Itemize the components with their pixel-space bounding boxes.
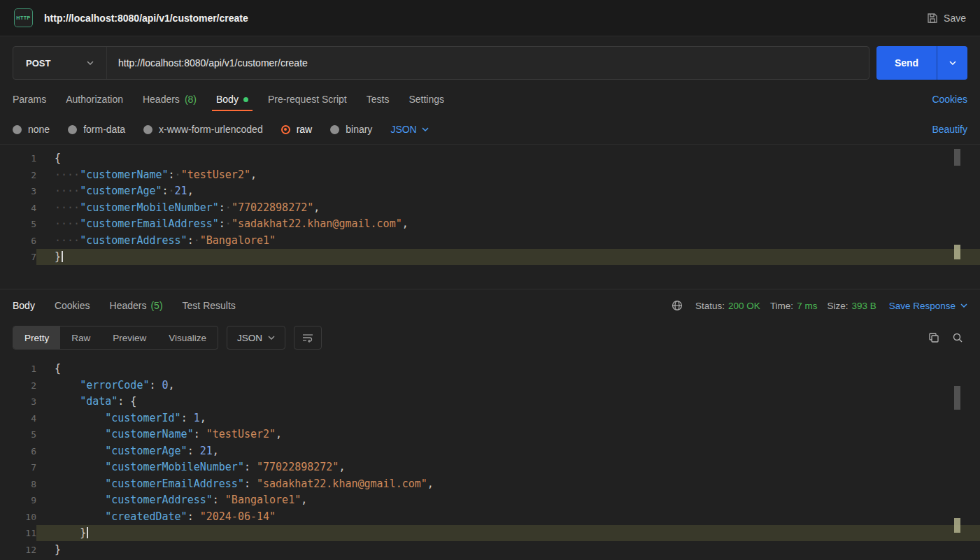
response-actions	[928, 332, 967, 343]
code-token: 0	[162, 379, 169, 392]
send-button[interactable]: Send	[876, 46, 937, 80]
mode-label: none	[28, 124, 50, 135]
response-body-editor[interactable]: 1{2 "errorCode": 0,3 "data": {4 "custome…	[0, 357, 980, 558]
response-tab-body[interactable]: Body	[13, 300, 35, 311]
view-tab-visualize[interactable]: Visualize	[157, 326, 218, 349]
code-line-5[interactable]: 5····"customerEmailAddress":·"sadakhat22…	[0, 216, 980, 233]
code-line-5[interactable]: 5 "customerName": "testUser2",	[0, 426, 980, 443]
line-number: 2	[0, 378, 36, 394]
response-section: BodyCookiesHeaders(5)Test Results Status…	[0, 289, 980, 558]
code-token: :	[219, 217, 225, 230]
view-tab-pretty[interactable]: Pretty	[13, 326, 60, 349]
body-mode-form-data[interactable]: form-data	[68, 124, 125, 135]
code-line-7[interactable]: 7}	[0, 249, 980, 266]
send-options-button[interactable]	[937, 46, 967, 80]
radio-icon	[330, 125, 339, 134]
tab-settings[interactable]: Settings	[399, 84, 454, 115]
response-tab-test-results[interactable]: Test Results	[183, 300, 236, 311]
tab-count: (8)	[185, 94, 197, 105]
code-token: :	[194, 428, 206, 440]
code-line-4[interactable]: 4 "customerId": 1,	[0, 410, 980, 427]
view-tab-preview[interactable]: Preview	[101, 326, 157, 349]
request-code-lines: 1{2····"customerName":·"testUser2",3····…	[0, 150, 980, 266]
beautify-link[interactable]: Beautify	[932, 124, 967, 135]
response-code-lines: 1{2 "errorCode": 0,3 "data": {4 "custome…	[0, 361, 980, 558]
code-line-2[interactable]: 2 "errorCode": 0,	[0, 378, 980, 394]
tab-authorization[interactable]: Authorization	[56, 84, 133, 115]
line-number: 12	[0, 543, 36, 559]
line-number: 2	[0, 168, 36, 184]
save-icon	[927, 13, 938, 24]
code-line-9[interactable]: 9 "customerAddress": "Bangalore1",	[0, 492, 980, 509]
unsaved-dot-icon	[243, 97, 248, 102]
code-line-8[interactable]: 8 "customerEmailAddress": "sadakhat22.kh…	[0, 476, 980, 493]
tab-body[interactable]: Body	[206, 84, 258, 115]
code-line-6[interactable]: 6 "customerAge": 21,	[0, 443, 980, 460]
body-mode-x-www-form-urlencoded[interactable]: x-www-form-urlencoded	[143, 124, 263, 135]
request-title: http://localhost:8080/api/v1/customer/cr…	[44, 13, 248, 24]
code-text: "customerId": 1,	[36, 410, 980, 426]
code-token: "customerName"	[105, 428, 193, 440]
text-cursor	[87, 527, 88, 538]
code-line-11[interactable]: 11 }	[0, 525, 980, 542]
search-response-button[interactable]	[952, 332, 963, 343]
save-button[interactable]: Save	[927, 13, 966, 24]
line-number: 5	[0, 427, 36, 443]
tab-tests[interactable]: Tests	[357, 84, 399, 115]
body-mode-none[interactable]: none	[13, 124, 50, 135]
code-text: "errorCode": 0,	[36, 378, 980, 394]
copy-response-button[interactable]	[928, 332, 939, 343]
scrollbar-thumb[interactable]	[954, 149, 960, 166]
response-tab-cookies[interactable]: Cookies	[55, 300, 90, 311]
scrollbar-thumb[interactable]	[954, 386, 960, 410]
size-label: Size:	[827, 301, 848, 311]
tab-pre-request-script[interactable]: Pre-request Script	[258, 84, 357, 115]
body-mode-raw[interactable]: raw	[281, 124, 313, 135]
code-line-12[interactable]: 12}	[0, 542, 980, 559]
mode-label: raw	[297, 124, 313, 135]
code-token: :	[181, 412, 194, 424]
code-token: :	[244, 478, 257, 490]
code-line-3[interactable]: 3····"customerAge":·21,	[0, 183, 980, 200]
code-line-4[interactable]: 4····"customerMobileNumber":·"7702289827…	[0, 200, 980, 217]
wrap-lines-button[interactable]	[294, 326, 322, 350]
code-token: ·	[194, 234, 200, 247]
method-select[interactable]: POST	[13, 47, 107, 79]
response-format-select[interactable]: JSON	[227, 326, 285, 350]
code-token: "sadakhat22.khan@gmail.com"	[257, 478, 427, 490]
response-tab-headers[interactable]: Headers(5)	[110, 300, 163, 311]
line-number: 7	[0, 460, 36, 476]
code-token: ····	[55, 217, 80, 230]
code-text: "customerAddress": "Bangalore1",	[36, 492, 980, 508]
line-number: 3	[0, 394, 36, 410]
code-line-1[interactable]: 1{	[0, 150, 980, 167]
url-input[interactable]	[107, 47, 869, 79]
tab-headers[interactable]: Headers(8)	[133, 84, 206, 115]
body-format-select[interactable]: JSON	[390, 124, 428, 135]
code-line-6[interactable]: 6····"customerAddress":·"Bangalore1"	[0, 233, 980, 250]
code-text: }	[36, 249, 980, 265]
code-token: "customerAge"	[80, 185, 162, 197]
code-token: "customerMobileNumber"	[105, 461, 244, 473]
view-tab-raw[interactable]: Raw	[60, 326, 101, 349]
network-globe-icon[interactable]	[672, 300, 683, 311]
code-token: "errorCode"	[80, 379, 149, 392]
code-token: "customerEmailAddress"	[80, 217, 219, 230]
code-text: ····"customerAddress":·"Bangalore1"	[36, 233, 980, 249]
code-line-10[interactable]: 10 "createdDate": "2024-06-14"	[0, 509, 980, 526]
code-text: {	[36, 361, 980, 377]
code-token: "customerName"	[80, 168, 168, 181]
code-token: "Bangalore1"	[225, 494, 301, 506]
code-line-7[interactable]: 7 "customerMobileNumber": "77022898272",	[0, 459, 980, 476]
scrollbar-cursor-marker	[954, 245, 960, 259]
tab-params[interactable]: Params	[13, 84, 56, 115]
code-line-2[interactable]: 2····"customerName":·"testUser2",	[0, 167, 980, 184]
body-mode-binary[interactable]: binary	[330, 124, 372, 135]
cookies-link[interactable]: Cookies	[932, 94, 967, 105]
code-line-3[interactable]: 3 "data": {	[0, 394, 980, 410]
save-response-button[interactable]: Save Response	[889, 301, 967, 311]
status-value: 200 OK	[728, 301, 760, 311]
code-line-1[interactable]: 1{	[0, 361, 980, 378]
line-number: 4	[0, 411, 36, 427]
request-body-editor[interactable]: 1{2····"customerName":·"testUser2",3····…	[0, 144, 980, 282]
